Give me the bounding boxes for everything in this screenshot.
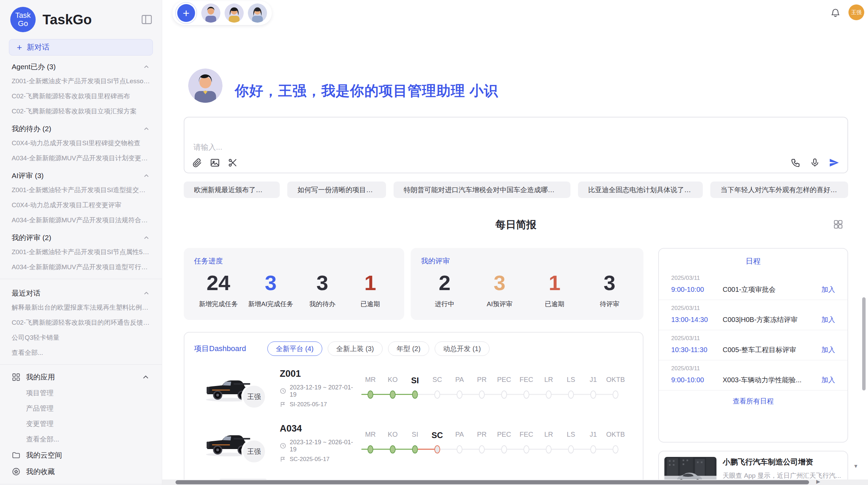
dashboard-tab[interactable]: 全新上装 (3) (328, 341, 383, 356)
my-apps-row[interactable]: 我的应用 (0, 369, 162, 385)
image-upload-icon[interactable] (210, 158, 220, 168)
agent-avatar-3[interactable] (248, 3, 267, 23)
milestone-label: MR (359, 431, 382, 440)
app-sub-item[interactable]: 查看全部... (0, 432, 162, 447)
horizontal-scrollbar-thumb[interactable] (176, 480, 809, 484)
metric-value: 3 (591, 271, 628, 295)
sidebar-section-header[interactable]: AI评审 (3) (0, 166, 162, 183)
sidebar-sections: Agent已办 (3)Z001-全新燃油皮卡产品开发项目SI节点Lesson L… (0, 57, 162, 275)
collapse-sidebar-icon[interactable] (141, 13, 153, 26)
milestone-label: J1 (582, 431, 604, 440)
sidebar-section-header[interactable]: Agent已办 (3) (0, 57, 162, 74)
new-chat-button[interactable]: + 新对话 (9, 39, 153, 55)
my-favorites-row[interactable]: 我的收藏 (0, 463, 162, 480)
agent-avatar-1[interactable] (201, 3, 220, 23)
scroll-down-arrow[interactable]: ▼ (853, 463, 858, 469)
sidebar-conversation-item[interactable]: A034-全新新能源MUV产品开发项目造型可行性评审 (0, 260, 162, 275)
my-review-metrics: 2 进行中 3 AI预评审 1 已逾期 (421, 271, 633, 309)
milestone-dot (590, 390, 596, 399)
view-all-schedule-link[interactable]: 查看所有日程 (659, 397, 847, 406)
notifications-bell-icon[interactable] (830, 8, 841, 18)
metric-value: 3 (248, 271, 293, 295)
layout-grid-icon[interactable] (833, 219, 843, 229)
schedule-time: 10:30-11:30 (671, 346, 723, 354)
project-owner-badge: 王强 (241, 384, 267, 409)
stats-row: 任务进度 24 新增完成任务 3 新增AI完成任务 (184, 248, 643, 320)
sidebar-conversation-item[interactable]: C02-飞腾新能源轻客改款项目里程碑画布 (0, 89, 162, 104)
sidebar-conversation-item[interactable]: A034-全新新能源MUV产品开发项目法规符合性评审 (0, 213, 162, 228)
recent-chats-header[interactable]: 最近对话 (0, 283, 162, 300)
sidebar-conversation-item[interactable]: Z001-全新燃油轻卡产品开发项目SI节点属性5D文件评审 (0, 245, 162, 260)
sidebar-conversation-item[interactable]: Z001-全新燃油皮卡产品开发项目SI节点Lesson Learn报告 (0, 74, 162, 89)
suggestion-chip[interactable]: 特朗普可能对进口汽车增税会对中国车企造成哪些影响 (394, 182, 570, 198)
app-sub-item[interactable]: 项目管理 (0, 385, 162, 401)
divider (0, 279, 162, 279)
schedule-time: 9:00-10:00 (671, 286, 723, 294)
milestone-label: SI (404, 376, 426, 385)
dashboard-tab[interactable]: 全新平台 (4) (267, 341, 322, 356)
message-composer[interactable]: 请输入... (184, 117, 848, 173)
schedule-event-title: X003-车辆动力学性能验... (723, 375, 817, 385)
milestone-track: MRKOSISCPAPRPECFECLRLSJ1OKTB (359, 431, 630, 455)
sidebar-section-header[interactable]: 我的待办 (2) (0, 119, 162, 136)
schedule-date: 2025/03/11 (671, 275, 835, 282)
milestone-dot (434, 445, 440, 453)
join-link[interactable]: 加入 (821, 375, 835, 385)
sidebar-section-header[interactable]: 我的评审 (2) (0, 228, 162, 245)
milestone-dot (457, 445, 462, 453)
chevron-up-icon (143, 289, 150, 297)
sidebar-header: Task Go TaskGo (0, 5, 162, 34)
sidebar-conversation-item[interactable]: C0X4-动力总成开发项目SI里程碑提交物检查 (0, 136, 162, 151)
agent-avatar-2[interactable] (225, 3, 244, 23)
sidebar-conversation-item[interactable]: Z001-全新燃油轻卡产品开发项目SI造型提交物评审 (0, 183, 162, 198)
attachment-icon[interactable] (192, 158, 202, 168)
project-row[interactable]: 王强A0342023-12-19 ~ 2026-01-19SC-2025-05-… (184, 417, 643, 469)
suggestion-chip[interactable]: 比亚迪全固态电池计划具体说了什么 (578, 182, 703, 198)
scissors-icon[interactable] (228, 158, 238, 168)
dashboard-tab[interactable]: 年型 (2) (388, 341, 429, 356)
recent-chat-item[interactable]: 解释最新出台的欧盟报废车法规再生塑料比例被调至15%... (0, 300, 162, 315)
add-agent-button[interactable]: + (175, 2, 197, 24)
recent-chat-item[interactable]: C02-飞腾新能源轻客改款项目的闭环通告反馈情况 (0, 315, 162, 330)
milestone-dot (390, 390, 396, 399)
suggestion-chip[interactable]: 欧洲新规最近颁布了什么? (184, 182, 280, 198)
horizontal-scrollbar-track[interactable] (162, 480, 868, 485)
suggestion-chip[interactable]: 当下年轻人对汽车外观有怎样的喜好趋势 (710, 182, 848, 198)
send-icon[interactable] (829, 158, 839, 168)
milestone-dot (367, 390, 373, 399)
milestone-dot (546, 390, 552, 399)
join-link[interactable]: 加入 (821, 345, 835, 355)
schedule-time: 13:00-14:30 (671, 316, 723, 324)
project-row[interactable]: 王强Z0012023-12-19 ~ 2027-01-19SI-2025-05-… (184, 362, 643, 414)
recent-chat-item[interactable]: 公司Q3轻卡销量 (0, 330, 162, 345)
phone-call-icon[interactable] (791, 158, 801, 168)
composer-right-icons (791, 158, 839, 168)
microphone-icon[interactable] (810, 158, 820, 168)
dashboard-tabs: 全新平台 (4) 全新上装 (3) 年型 (2) 动总开发 (1) (267, 341, 490, 356)
sidebar-conversation-item[interactable]: C02-飞腾新能源轻客改款项目立项汇报方案 (0, 104, 162, 119)
app-sub-item[interactable]: 变更管理 (0, 416, 162, 432)
dashboard-tab[interactable]: 动总开发 (1) (435, 341, 490, 356)
agent-switcher: + (172, 1, 272, 25)
sidebar-conversation-item[interactable]: A034-全新新能源MUV产品开发项目计划变更表编写 (0, 151, 162, 166)
app-sub-item[interactable]: 产品管理 (0, 401, 162, 416)
milestone-label: PEC (493, 431, 515, 440)
recent-chat-item[interactable]: 查看全部... (0, 345, 162, 360)
metric-label: 进行中 (426, 300, 463, 309)
user-avatar[interactable]: 王强 (848, 4, 864, 20)
project-vehicle-image: 王强 (203, 426, 255, 459)
scroll-right-arrow[interactable]: ▶ (816, 478, 820, 485)
join-link[interactable]: 加入 (821, 285, 835, 294)
suggestion-chip[interactable]: 如何写一份清晰的项目周报 (287, 182, 386, 198)
milestone-label: OKTB (604, 431, 627, 440)
sidebar-section-title: AI评审 (3) (12, 171, 44, 181)
sidebar-conversation-item[interactable]: C0X4-动力总成开发项目工程变更评审 (0, 198, 162, 213)
project-flag-milestone: SI-2025-05-17 (280, 401, 359, 408)
join-link[interactable]: 加入 (821, 315, 835, 324)
vertical-scrollbar-thumb[interactable] (862, 297, 866, 390)
recent-chats-title: 最近对话 (12, 288, 40, 298)
task-progress-card: 任务进度 24 新增完成任务 3 新增AI完成任务 (184, 248, 404, 320)
milestone-dot (568, 390, 574, 399)
my-cloud-row[interactable]: 我的云空间 (0, 447, 162, 463)
chevron-up-icon (143, 63, 150, 71)
